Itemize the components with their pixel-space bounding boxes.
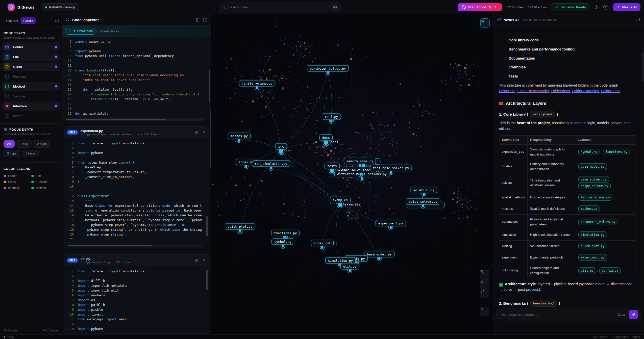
graph-node-label-tests[interactable]: tests xyxy=(325,163,340,169)
zoom-in-button[interactable] xyxy=(480,270,489,279)
tab-explorer[interactable]: Explorer xyxy=(4,17,21,24)
repo-tab[interactable]: PyBaMM-develop xyxy=(41,3,79,11)
sidebar-collapse-icon[interactable] xyxy=(55,18,59,23)
graph-node-label-conf-py[interactable]: conf.py xyxy=(322,114,341,120)
evidence-chip[interactable]: config.py xyxy=(599,267,621,274)
focus-depth-5-hops[interactable]: 5 hops xyxy=(22,150,39,157)
node-type-toggle-dot[interactable] xyxy=(55,85,57,87)
ai-citations-badge[interactable]: AI CITATIONS xyxy=(65,28,96,35)
focus-depth-all[interactable]: All xyxy=(4,140,15,148)
graph-node-label-symbol-py[interactable]: symbol.py xyxy=(271,239,294,245)
focus-depth-1-hop[interactable]: 1 hop xyxy=(17,140,32,148)
evidence-chip[interactable]: functions.py xyxy=(603,149,630,155)
graph-node-label-experiment-py[interactable]: experiment.py xyxy=(376,220,406,226)
citation-link[interactable]: Folder:docs xyxy=(551,89,570,93)
ai-question-input[interactable] xyxy=(501,313,617,317)
node-type-function[interactable]: { }Function xyxy=(2,72,60,81)
tab-filters[interactable]: Filters xyxy=(21,17,36,24)
inspector-collapse-icon[interactable] xyxy=(203,18,207,22)
node-type-toggle-dot[interactable] xyxy=(55,56,57,58)
node-type-import[interactable]: Import xyxy=(2,111,60,120)
file-type-badge: FILE xyxy=(67,258,78,263)
node-type-toggle-dot[interactable] xyxy=(55,105,57,107)
ai-panel-scrollbar[interactable] xyxy=(642,52,643,83)
node-type-method[interactable]: { }Method xyxy=(2,82,60,91)
node-type-toggle-dot[interactable] xyxy=(55,46,57,48)
cell-evidence: quick_plot.py xyxy=(575,241,635,252)
graph-node-label-index-rst[interactable]: index.rst xyxy=(311,240,334,246)
vertical-scrollbar[interactable] xyxy=(206,268,208,329)
node-type-variable[interactable]: (x)Variable xyxy=(2,92,60,101)
evidence-chip[interactable]: base_solver.py xyxy=(578,176,609,183)
node-type-file[interactable]: File xyxy=(2,52,60,61)
file-card-code[interactable]: 1from __future__ import annotations23imp… xyxy=(64,266,209,334)
code-snippet[interactable]: 6import numpy as np78import pybamm9from … xyxy=(62,37,211,122)
clear-button[interactable]: Clear xyxy=(617,313,625,317)
horizontal-scrollbar[interactable] xyxy=(68,245,202,247)
graph-node-label-examples[interactable]: examples xyxy=(330,197,351,203)
node-type-folder[interactable]: Folder xyxy=(2,42,60,51)
nexus-ai-button[interactable]: Nexus AI xyxy=(613,3,640,11)
graph-node-label-scipy-solver-py[interactable]: scipy_solver.py xyxy=(406,198,440,205)
graph-node-label-run-simulation-py[interactable]: run_simulation.py xyxy=(252,161,290,167)
help-icon[interactable]: ? xyxy=(603,5,608,10)
citation-link[interactable]: Folder:tests xyxy=(601,89,620,93)
evidence-chip[interactable]: base_model.py xyxy=(578,163,607,170)
citation-link[interactable]: Folder:src xyxy=(499,89,515,93)
node-type-toggle-dot[interactable] xyxy=(55,66,57,68)
focus-target-icon[interactable] xyxy=(194,258,199,263)
evidence-chip[interactable]: quick_plot.py xyxy=(578,243,607,249)
citation-link[interactable]: Folder:examples xyxy=(572,89,599,93)
node-type-interface[interactable]: #Interface xyxy=(2,101,60,111)
citation-link[interactable]: Folder:benchmarks xyxy=(517,89,549,93)
evidence-chip[interactable]: util.py xyxy=(578,267,596,274)
ai-panel-collapse-icon[interactable] xyxy=(636,17,640,22)
focus-target-icon[interactable] xyxy=(194,131,199,135)
node-type-toggle-dot[interactable] xyxy=(55,75,57,77)
evidence-chip[interactable]: parameter_values.py xyxy=(578,219,618,225)
vertical-scrollbar[interactable] xyxy=(206,140,208,244)
file-card-code[interactable]: 1from __future__ import annotations23imp… xyxy=(64,138,209,248)
node-type-toggle-dot[interactable] xyxy=(55,95,57,97)
graph-node-label-solution-py[interactable]: solution.py xyxy=(411,187,437,193)
evidence-chip[interactable]: scipy_solver.py xyxy=(578,183,611,189)
settings-gear-icon[interactable] xyxy=(594,5,599,10)
code-graph-canvas[interactable]: benchmarksmemory_sims.pydifferent_model_… xyxy=(211,14,493,334)
insight-lightbulb-button[interactable] xyxy=(480,18,490,28)
node-type-toggle-dot[interactable] xyxy=(55,115,57,117)
horizontal-scrollbar[interactable] xyxy=(65,118,204,121)
graph-node-label-memory-sims-py[interactable]: memory_sims.py xyxy=(344,158,376,164)
graph-node-label-base-model-py[interactable]: base_model.py xyxy=(364,251,394,257)
graph-node-label-util-py[interactable]: util.py xyxy=(340,263,359,270)
zoom-out-button[interactable] xyxy=(480,279,489,289)
graph-node-label-meshes-py[interactable]: meshes.py xyxy=(228,133,251,139)
focus-depth-3-hops[interactable]: 3 hops xyxy=(4,150,20,157)
evidence-chip[interactable]: experiment.py xyxy=(578,254,607,261)
evidence-chip[interactable]: symbol.py xyxy=(578,149,600,155)
focus-depth-2-hops[interactable]: 2 hops xyxy=(34,140,50,148)
send-button[interactable] xyxy=(629,310,638,319)
evidence-chip[interactable]: simulation.py xyxy=(578,231,607,238)
evidence-chip[interactable]: finite_volume.py xyxy=(578,194,613,201)
star-if-cool-button[interactable]: Star if cool xyxy=(458,3,502,11)
evidence-chip[interactable]: meshes.py xyxy=(578,205,600,212)
graph-node-label-docs[interactable]: docs xyxy=(319,135,333,141)
vertical-scrollbar[interactable] xyxy=(209,39,210,117)
search-box[interactable]: ⌘K xyxy=(219,3,342,12)
node-type-label: Folder xyxy=(13,45,23,49)
graph-node-label-src[interactable]: src xyxy=(276,143,287,150)
graph-node-label-test-base-solver-py[interactable]: test_base_solver.py xyxy=(370,165,412,171)
trash-icon[interactable] xyxy=(195,18,199,22)
graph-node-label-parameter-values-py[interactable]: parameter_values.py xyxy=(307,65,349,72)
node-type-class[interactable]: Class xyxy=(2,62,60,71)
graph-node-label-quick-plot-py[interactable]: quick_plot.py xyxy=(225,223,255,230)
search-input[interactable] xyxy=(228,5,331,9)
graph-node-label-finite-volume-py[interactable]: finite_volume.py xyxy=(239,80,275,87)
play-layout-button[interactable] xyxy=(480,307,489,316)
graph-node-label-simulation-py[interactable]: simulation.py xyxy=(325,257,356,264)
inspector-scrollbar[interactable] xyxy=(210,110,211,168)
graph-node-label-functions-py[interactable]: functions.py xyxy=(271,230,300,236)
close-icon[interactable] xyxy=(202,258,206,262)
close-icon[interactable] xyxy=(202,131,206,134)
fit-view-button[interactable] xyxy=(480,289,489,298)
